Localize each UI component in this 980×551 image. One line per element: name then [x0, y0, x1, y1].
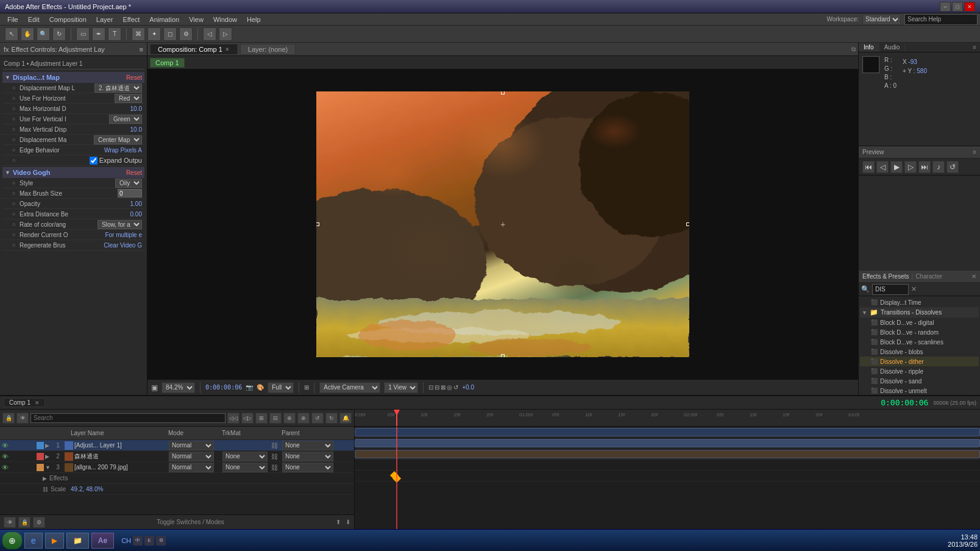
start-button[interactable]: ⊕: [2, 532, 22, 549]
lr3-audio[interactable]: [10, 462, 18, 472]
tl-btn8[interactable]: ↻: [325, 413, 338, 424]
status-camera[interactable]: Active Camera: [319, 382, 380, 393]
vg-rate-select[interactable]: Slow, for a: [98, 220, 142, 229]
status-grid[interactable]: ⊞: [304, 384, 309, 391]
lr1-expand[interactable]: ▶: [45, 443, 52, 449]
tl-view-btn[interactable]: 👁: [16, 413, 29, 424]
close-button[interactable]: ✕: [964, 2, 975, 12]
lr1-audio[interactable]: [10, 440, 18, 450]
video-gogh-header[interactable]: ▼ Video Gogh Reset: [2, 167, 144, 178]
use-horizontal-select[interactable]: Red: [115, 94, 142, 103]
lr1-link[interactable]: ⛓: [271, 442, 282, 449]
toggle-icon1[interactable]: ⊡: [428, 384, 433, 391]
search-help-input[interactable]: [904, 14, 978, 25]
menu-file[interactable]: File: [2, 13, 23, 25]
menu-effect[interactable]: Effect: [118, 13, 144, 25]
status-quality[interactable]: Full: [268, 382, 294, 393]
lr3-mode-select[interactable]: Normal: [169, 463, 214, 472]
lr3-link[interactable]: ⛓: [271, 464, 282, 471]
select-tool[interactable]: ↖: [5, 27, 18, 41]
ep-search-input[interactable]: [872, 284, 909, 295]
use-vertical-select[interactable]: Green: [109, 115, 142, 124]
ep-effects-tab[interactable]: Effects & Presets: [862, 273, 909, 280]
lr2-expand[interactable]: ▶: [45, 453, 52, 460]
panel-menu-icon[interactable]: ≡: [140, 46, 143, 53]
video-gogh-reset[interactable]: Reset: [126, 169, 142, 176]
lr3-solo[interactable]: [18, 462, 27, 472]
workspace-select[interactable]: Standard: [862, 14, 901, 25]
ep-item-displaytime[interactable]: ⬛ Display...t Time: [860, 297, 979, 307]
timeline-comp-close[interactable]: ✕: [35, 400, 40, 406]
bt-btn2[interactable]: 🔒: [18, 517, 30, 528]
audio-tab[interactable]: Audio: [879, 43, 906, 52]
ep-item-dissolve-dither[interactable]: ⬛ Dissolve - dither: [860, 357, 979, 366]
toggle-icon4[interactable]: ◎: [447, 384, 452, 391]
ep-item-block-digital[interactable]: ⬛ Block D...ve - digital: [860, 318, 979, 327]
tl-btn2[interactable]: ◁▷: [241, 413, 254, 424]
vg-style-select[interactable]: Oily: [115, 179, 142, 188]
extra-tool1[interactable]: ◁: [203, 27, 216, 41]
maximize-button[interactable]: □: [952, 2, 963, 12]
ep-close-search[interactable]: ✕: [911, 285, 917, 293]
vg-extra-distance-value[interactable]: 0.00: [118, 211, 142, 218]
displacement-map-reset[interactable]: Reset: [126, 74, 142, 81]
clone-tool[interactable]: ✦: [147, 27, 161, 41]
status-zoom[interactable]: 84.2%: [162, 382, 195, 393]
lr2-solo[interactable]: [18, 451, 27, 461]
status-timecode[interactable]: 0:00:00:06: [205, 384, 242, 391]
lr3-trkmat-select[interactable]: None: [222, 463, 268, 472]
max-horizontal-value[interactable]: 10.0: [118, 105, 142, 112]
lr2-parent-select[interactable]: None: [282, 452, 333, 461]
layer-row-2[interactable]: 👁 ▶ 2 森林通道 Normal: [0, 451, 354, 462]
zoom-select[interactable]: 84.2%: [162, 382, 195, 393]
rotate-tool[interactable]: ↻: [52, 27, 66, 41]
lr1-mode-select[interactable]: Normal: [169, 441, 214, 450]
preview-first[interactable]: ⏮: [862, 161, 875, 173]
layer-row-3[interactable]: 👁 ▼ 3 [allgra... 200 79.jpg] Normal: [0, 462, 354, 473]
ep-item-block-scanlines[interactable]: ⬛ Block D...ve - scanlines: [860, 337, 979, 347]
info-tab[interactable]: Info: [859, 43, 879, 52]
ep-item-block-random[interactable]: ⬛ Block D...ve - random: [860, 327, 979, 337]
lr3-vis[interactable]: 👁: [0, 462, 10, 472]
comp1-tab[interactable]: Comp 1: [150, 58, 185, 68]
preview-play[interactable]: ▶: [890, 161, 903, 173]
vg-brush-size-input[interactable]: [118, 189, 142, 197]
ep-item-dissolve-unmelt[interactable]: ⬛ Dissolve - unmelt: [860, 386, 979, 395]
preview-prev-frame[interactable]: ◁: [876, 161, 889, 173]
tl-btn4[interactable]: ⊟: [269, 413, 282, 424]
displacement-map-header[interactable]: ▼ Displac...t Map Reset: [2, 72, 144, 83]
lr2-mode-select[interactable]: Normal: [169, 452, 214, 461]
tl-search-input[interactable]: [30, 413, 225, 423]
menu-window[interactable]: Window: [208, 13, 242, 25]
lr2-vis[interactable]: 👁: [0, 451, 10, 461]
preview-audio[interactable]: ♪: [932, 161, 945, 173]
lr2-link[interactable]: ⛓: [271, 453, 282, 460]
timeline-comp-tab[interactable]: Comp 1 ✕: [4, 398, 45, 407]
taskbar-mediaplayer[interactable]: ▶: [45, 533, 64, 549]
pen-tool[interactable]: ✒: [92, 27, 105, 41]
preview-menu[interactable]: ≡: [973, 149, 976, 155]
ep-item-dissolve-blobs[interactable]: ⬛ Dissolve - blobs: [860, 347, 979, 357]
brush-tool[interactable]: ⌘: [132, 27, 145, 41]
comp-tab-close[interactable]: ✕: [225, 46, 230, 52]
taskbar-explorer[interactable]: 📁: [66, 533, 89, 549]
tl-btn6[interactable]: ⊗: [297, 413, 310, 424]
comp-tab-active[interactable]: Composition: Comp 1 ✕: [150, 44, 238, 54]
vg-opacity-value[interactable]: 1.00: [118, 201, 142, 207]
lr1-solo[interactable]: [18, 440, 27, 450]
hand-tool[interactable]: ✋: [21, 27, 34, 41]
preview-last[interactable]: ⏭: [918, 161, 931, 173]
bt-expand[interactable]: ⬆: [336, 519, 341, 525]
eraser-tool[interactable]: ◻: [163, 27, 177, 41]
rectangle-tool[interactable]: ▭: [76, 27, 90, 41]
lr2-audio[interactable]: [10, 451, 18, 461]
menu-layer[interactable]: Layer: [91, 13, 118, 25]
bt-btn3[interactable]: ⚙: [33, 517, 45, 528]
panel-expand-icon[interactable]: ⧉: [851, 46, 856, 53]
tl-btn1[interactable]: ◁◁: [227, 413, 240, 424]
tl-btn3[interactable]: ⊞: [255, 413, 268, 424]
puppet-tool[interactable]: ⚙: [179, 27, 193, 41]
extra-tool2[interactable]: ▷: [219, 27, 232, 41]
menu-help[interactable]: Help: [242, 13, 266, 25]
timeline-ruler[interactable]: 0;00f 05f 10f 15f 20f 01:00f 05f 10f 15f…: [355, 410, 980, 427]
